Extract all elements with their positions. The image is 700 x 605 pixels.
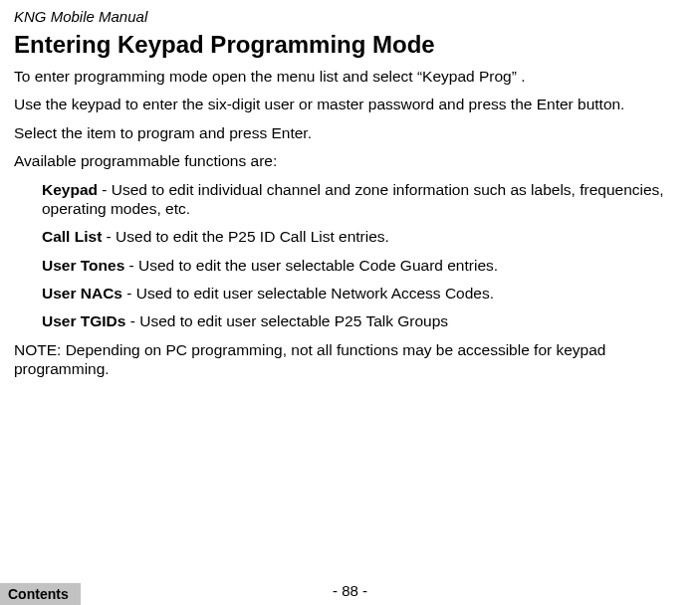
paragraph-intro-4: Available programmable functions are: <box>14 151 686 170</box>
function-item-keypad: Keypad - Used to edit individual channel… <box>42 180 686 219</box>
page-number: - 88 - <box>0 582 700 599</box>
paragraph-intro-2: Use the keypad to enter the six-digit us… <box>14 95 686 113</box>
function-name: Keypad <box>42 181 98 198</box>
function-name: User TGIDs <box>42 312 125 329</box>
function-item-user-tones: User Tones - Used to edit the user selec… <box>42 256 686 275</box>
document-header: KNG Mobile Manual <box>14 8 686 25</box>
function-name: User Tones <box>42 257 124 274</box>
page-footer: - 88 - Contents <box>0 579 700 605</box>
page-title: Entering Keypad Programming Mode <box>14 31 686 59</box>
function-desc: - Used to edit user selectable Network A… <box>122 285 494 302</box>
function-desc: - Used to edit user selectable P25 Talk … <box>125 312 448 329</box>
function-desc: - Used to edit the P25 ID Call List entr… <box>102 228 389 245</box>
page-content: KNG Mobile Manual Entering Keypad Progra… <box>0 0 700 379</box>
function-name: User NACs <box>42 285 122 302</box>
function-item-user-nacs: User NACs - Used to edit user selectable… <box>42 284 686 302</box>
function-item-user-tgids: User TGIDs - Used to edit user selectabl… <box>42 311 686 330</box>
contents-button[interactable]: Contents <box>0 583 81 605</box>
function-desc: - Used to edit the user selectable Code … <box>124 257 498 274</box>
paragraph-intro-3: Select the item to program and press Ent… <box>14 123 686 142</box>
note-paragraph: NOTE: Depending on PC programming, not a… <box>14 340 686 379</box>
function-desc: - Used to edit individual channel and zo… <box>42 181 664 217</box>
function-item-call-list: Call List - Used to edit the P25 ID Call… <box>42 227 686 246</box>
paragraph-intro-1: To enter programming mode open the menu … <box>14 67 686 86</box>
function-name: Call List <box>42 228 102 245</box>
function-list: Keypad - Used to edit individual channel… <box>42 180 686 331</box>
